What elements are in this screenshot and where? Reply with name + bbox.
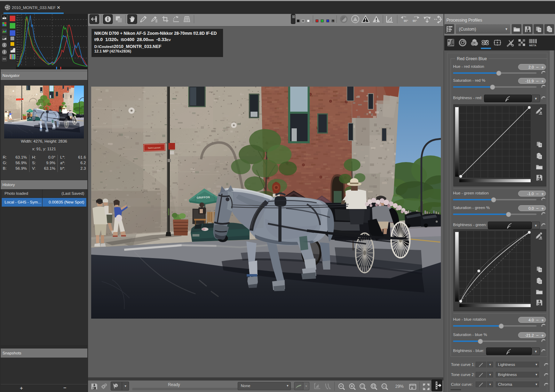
svg-text:1:1: 1:1 <box>382 385 386 387</box>
svg-text:90°: 90° <box>404 19 408 23</box>
svg-text:90°: 90° <box>413 19 417 23</box>
svg-text:META: META <box>529 44 537 47</box>
